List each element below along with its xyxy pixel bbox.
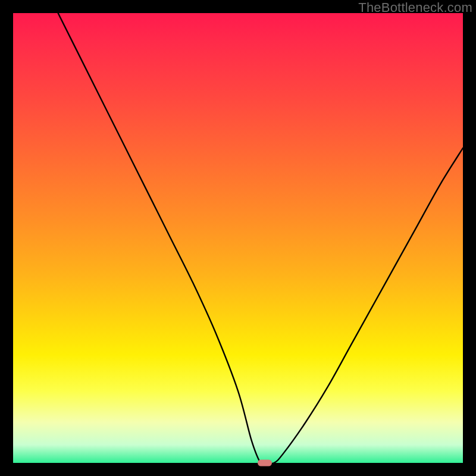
- bottleneck-curve: [13, 13, 463, 463]
- plot-area: [13, 13, 463, 463]
- chart-frame: TheBottleneck.com: [0, 0, 476, 476]
- curve-path: [58, 13, 463, 463]
- watermark-text: TheBottleneck.com: [358, 0, 472, 15]
- optimal-marker: [258, 460, 272, 466]
